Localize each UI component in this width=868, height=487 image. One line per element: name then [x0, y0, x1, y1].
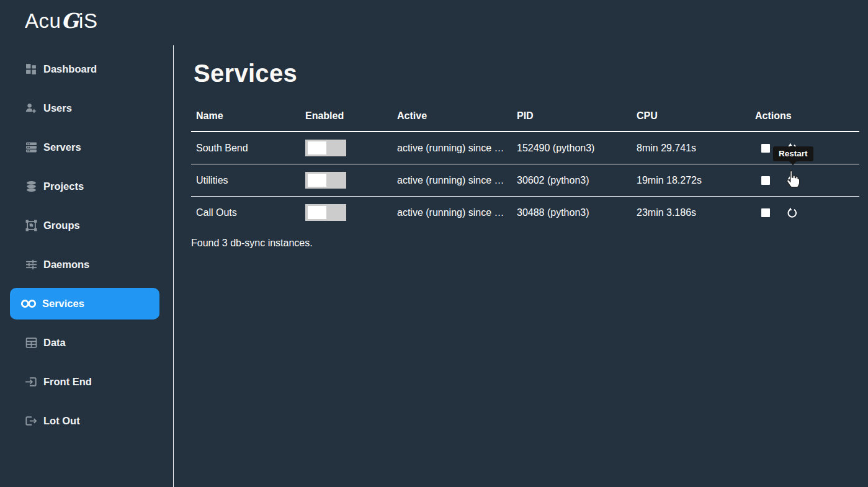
sidebar-item-data[interactable]: Data — [0, 323, 173, 362]
enabled-toggle[interactable] — [305, 172, 346, 189]
cell-active: active (running) since … — [392, 132, 512, 164]
sidebar-item-lot-out[interactable]: Lot Out — [0, 401, 173, 440]
sliders-icon — [25, 259, 37, 270]
cell-pid: 30602 (python3) — [512, 164, 632, 197]
sidebar-item-label: Lot Out — [43, 415, 80, 427]
cell-active: active (running) since … — [392, 164, 512, 197]
sidebar-item-dashboard[interactable]: Dashboard — [0, 50, 173, 89]
actions-cell — [755, 207, 854, 218]
brand-part-1: Acu — [25, 9, 61, 32]
box-arrow-right-icon — [25, 415, 37, 427]
column-header-active: Active — [392, 102, 512, 132]
column-header-enabled: Enabled — [300, 102, 392, 132]
sidebar-item-label: Dashboard — [43, 63, 97, 75]
sidebar-item-services[interactable]: Services — [10, 288, 159, 319]
sidebar-item-label: Front End — [43, 376, 92, 388]
restart-icon[interactable] — [786, 174, 798, 186]
sidebar-item-front-end[interactable]: Front End — [0, 362, 173, 401]
table-row: South Bend active (running) since … 1524… — [191, 132, 859, 164]
enabled-toggle[interactable] — [305, 140, 346, 156]
services-table: Name Enabled Active PID CPU Actions Sout… — [191, 102, 859, 228]
cell-name: Utilities — [191, 164, 300, 197]
bounding-box-icon — [25, 220, 37, 231]
cell-cpu: 23min 3.186s — [632, 197, 750, 229]
column-header-pid: PID — [512, 102, 632, 132]
enabled-toggle[interactable] — [305, 204, 346, 221]
toggle-knob — [308, 206, 326, 219]
page-title: Services — [194, 60, 297, 87]
brand-logo: AcuGiS — [25, 9, 97, 33]
sidebar-item-daemons[interactable]: Daemons — [0, 245, 173, 284]
sidebar-item-projects[interactable]: Projects — [0, 167, 173, 206]
sidebar-item-label: Servers — [43, 141, 81, 153]
infinity-icon — [20, 299, 37, 308]
sidebar: AcuGiS Dashboard Users Servers Project — [0, 0, 173, 487]
box-arrow-in-right-icon — [25, 376, 37, 388]
sidebar-item-groups[interactable]: Groups — [0, 206, 173, 245]
column-header-cpu: CPU — [632, 102, 750, 132]
table-row: Utilities active (running) since … 30602… — [191, 164, 859, 197]
sidebar-item-label: Groups — [43, 220, 80, 231]
toggle-knob — [308, 141, 326, 154]
sidebar-item-label: Projects — [43, 181, 84, 192]
stop-icon[interactable] — [761, 208, 770, 217]
brand-part-2: G — [61, 9, 79, 33]
brand-part-3: iS — [79, 9, 97, 32]
sidebar-item-label: Daemons — [43, 259, 89, 270]
sidebar-item-label: Services — [42, 298, 84, 310]
user-gear-icon — [25, 102, 37, 114]
cell-name: Call Outs — [191, 197, 300, 229]
column-header-actions: Actions — [750, 102, 859, 132]
sidebar-item-users[interactable]: Users — [0, 89, 173, 128]
database-stack-icon — [25, 181, 37, 192]
cell-pid: 152490 (python3) — [512, 132, 632, 164]
cell-name: South Bend — [191, 132, 300, 164]
table-icon — [25, 337, 37, 349]
stop-icon[interactable] — [761, 144, 770, 153]
cell-cpu: 19min 18.272s — [632, 164, 750, 197]
column-header-name: Name — [191, 102, 300, 132]
cell-pid: 30488 (python3) — [512, 197, 632, 229]
table-row: Call Outs active (running) since … 30488… — [191, 197, 859, 229]
table-header-row: Name Enabled Active PID CPU Actions — [191, 102, 859, 132]
restart-tooltip: Restart — [773, 146, 813, 161]
server-stack-icon — [25, 141, 37, 153]
actions-cell — [755, 174, 854, 186]
sidebar-nav: Dashboard Users Servers Projects Groups — [0, 50, 173, 440]
toggle-knob — [308, 174, 326, 187]
instances-summary: Found 3 db-sync instances. — [191, 238, 313, 249]
sidebar-item-servers[interactable]: Servers — [0, 128, 173, 167]
cell-active: active (running) since … — [392, 197, 512, 229]
stop-icon[interactable] — [761, 176, 770, 185]
restart-icon[interactable] — [786, 207, 798, 218]
cell-cpu: 8min 29.741s — [632, 132, 750, 164]
sidebar-item-label: Users — [43, 102, 72, 114]
sidebar-divider — [173, 45, 174, 487]
sidebar-item-label: Data — [43, 337, 66, 349]
grid-icon — [25, 63, 37, 75]
